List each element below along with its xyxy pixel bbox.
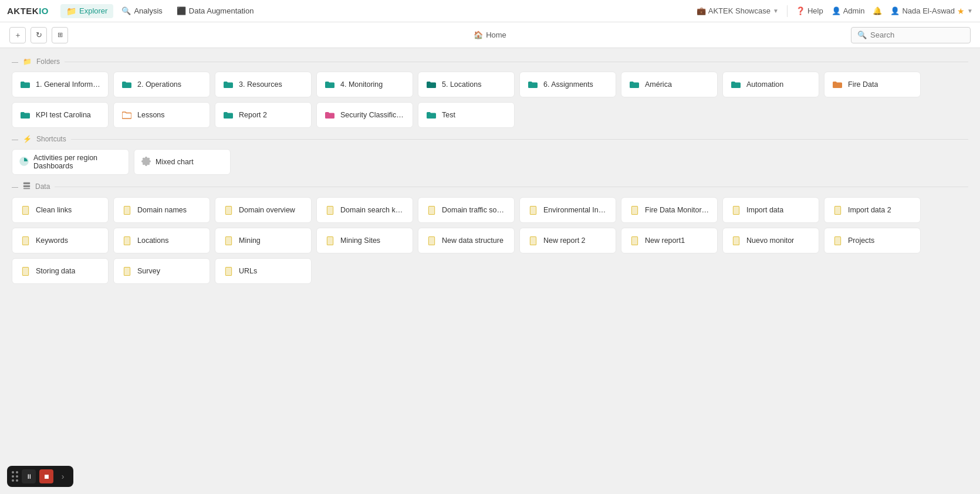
data-projects[interactable]: Projects	[824, 228, 921, 253]
data-icon	[628, 204, 640, 216]
expand-panel-button[interactable]: ›	[57, 471, 69, 482]
folder-monitoring[interactable]: 4. Monitoring	[316, 72, 413, 97]
folder-locations[interactable]: 5. Locations	[418, 72, 515, 97]
folder-fire-data[interactable]: Fire Data	[824, 72, 921, 97]
data-nuevo-monitor[interactable]: Nuevo monitor	[722, 228, 819, 253]
folders-section-icon: 📁	[23, 57, 32, 66]
logo-text: AKTEK	[7, 6, 39, 16]
svg-rect-3	[23, 188, 30, 190]
data-icon	[425, 204, 437, 216]
data-collapse-button[interactable]: —	[12, 183, 18, 190]
data-icon	[730, 204, 742, 216]
database-icon: ⬛	[177, 6, 186, 15]
folder-label: 1. General Information	[36, 80, 101, 89]
data-domain-search-kw[interactable]: Domain search keywords	[316, 197, 413, 223]
add-button[interactable]: ＋	[9, 27, 26, 43]
shortcut-mixed-chart[interactable]: Mixed chart	[134, 149, 231, 175]
data-new-data-structure[interactable]: New data structure	[418, 228, 515, 253]
data-domain-traffic[interactable]: Domain traffic sources	[418, 197, 515, 223]
nav-item-analysis[interactable]: 🔍 Analysis	[116, 4, 168, 18]
notification-item[interactable]: 🔔	[873, 6, 882, 15]
data-domain-overview[interactable]: Domain overview	[215, 197, 312, 223]
folder-assignments[interactable]: 6. Assignments	[519, 72, 616, 97]
circle-chart-icon	[19, 157, 29, 168]
folders-divider	[65, 62, 968, 62]
folder-america[interactable]: América	[621, 72, 718, 97]
data-mining-sites[interactable]: Mining Sites	[316, 228, 413, 253]
showcase-label: AKTEK Showcase	[708, 6, 771, 15]
pause-button[interactable]: ⏸	[22, 469, 36, 483]
folders-collapse-button[interactable]: —	[12, 58, 18, 65]
stop-button[interactable]: ⏹	[39, 469, 53, 483]
data-survey[interactable]: Survey	[113, 258, 210, 284]
folder-icon	[19, 79, 31, 90]
folder-test[interactable]: Test	[418, 102, 515, 128]
data-icon	[628, 235, 640, 246]
data-label: Import data 2	[848, 206, 891, 214]
data-icon	[730, 235, 742, 246]
showcase-item[interactable]: 💼 AKTEK Showcase ▼	[697, 6, 779, 15]
data-new-report2[interactable]: New report 2	[519, 228, 616, 253]
gear-chart-icon	[141, 157, 151, 168]
folder-general-info[interactable]: 1. General Information	[12, 72, 109, 97]
user-profile[interactable]: 👤 Nada El-Aswad ★ ▼	[890, 6, 973, 16]
data-env-incidents[interactable]: Environmental Incidents	[519, 197, 616, 223]
data-icon	[19, 265, 31, 277]
nav-item-label: Data Augmentation	[189, 6, 254, 15]
data-storing-data[interactable]: Storing data	[12, 258, 109, 284]
folder-label: Test	[442, 111, 455, 119]
data-label: Fire Data Monitor Table	[645, 206, 710, 214]
folder-automation[interactable]: Automation	[722, 72, 819, 97]
folder-lessons[interactable]: Lessons	[113, 102, 210, 128]
data-import-data[interactable]: Import data	[722, 197, 819, 223]
folder-icon	[19, 109, 31, 121]
plus-icon: ＋	[14, 30, 22, 40]
briefcase-icon: 💼	[697, 6, 706, 15]
data-divider	[55, 187, 968, 187]
folder-icon	[324, 79, 336, 90]
shortcuts-collapse-button[interactable]: —	[12, 136, 18, 143]
data-urls[interactable]: URLs	[215, 258, 312, 284]
folder-kpi-carolina[interactable]: KPI test Carolina	[12, 102, 109, 128]
search-icon: 🔍	[857, 31, 867, 39]
folder-security[interactable]: Security Classification	[316, 102, 413, 128]
data-section-icon	[23, 182, 31, 191]
search-input[interactable]	[870, 31, 964, 39]
data-section-header: — Data	[12, 182, 968, 191]
data-fire-data-monitor[interactable]: Fire Data Monitor Table	[621, 197, 718, 223]
shortcut-activities-region[interactable]: Activities per region Dashboards	[12, 149, 129, 175]
data-label: Mining	[239, 236, 261, 245]
data-import-data2[interactable]: Import data 2	[824, 197, 921, 223]
data-mining[interactable]: Mining	[215, 228, 312, 253]
folder-label: Security Classification	[340, 111, 405, 119]
user-chevron-down-icon: ▼	[967, 8, 973, 14]
tree-button[interactable]: ⊞	[52, 27, 68, 43]
search-bar[interactable]: 🔍	[851, 27, 971, 43]
refresh-button[interactable]: ↻	[31, 27, 47, 43]
data-keywords[interactable]: Keywords	[12, 228, 109, 253]
data-clean-links[interactable]: Clean links	[12, 197, 109, 223]
data-label: Domain names	[137, 206, 187, 214]
data-label: URLs	[239, 267, 257, 275]
data-icon	[324, 235, 336, 246]
nav-items: 📁 Explorer 🔍 Analysis ⬛ Data Augmentatio…	[60, 4, 259, 18]
nav-item-explorer[interactable]: 📁 Explorer	[60, 4, 113, 18]
nav-item-data-augmentation[interactable]: ⬛ Data Augmentation	[171, 4, 260, 18]
data-icon	[222, 265, 234, 277]
data-icon	[324, 204, 336, 216]
folder-report2[interactable]: Report 2	[215, 102, 312, 128]
data-label: Projects	[848, 236, 874, 245]
help-item[interactable]: ❓ Help	[796, 6, 823, 15]
folder-operations[interactable]: 2. Operations	[113, 72, 210, 97]
admin-item[interactable]: 👤 Admin	[832, 6, 865, 15]
data-domain-names[interactable]: Domain names	[113, 197, 210, 223]
data-new-report1[interactable]: New report1	[621, 228, 718, 253]
user-status-icon: ★	[957, 6, 965, 16]
bell-icon: 🔔	[873, 6, 882, 15]
folder-resources[interactable]: 3. Resources	[215, 72, 312, 97]
data-locations[interactable]: Locations	[113, 228, 210, 253]
nav-divider	[787, 5, 788, 17]
app-logo[interactable]: AKTEKIO	[7, 6, 49, 16]
data-label: Environmental Incidents	[543, 206, 609, 214]
folder-label: KPI test Carolina	[36, 111, 91, 119]
